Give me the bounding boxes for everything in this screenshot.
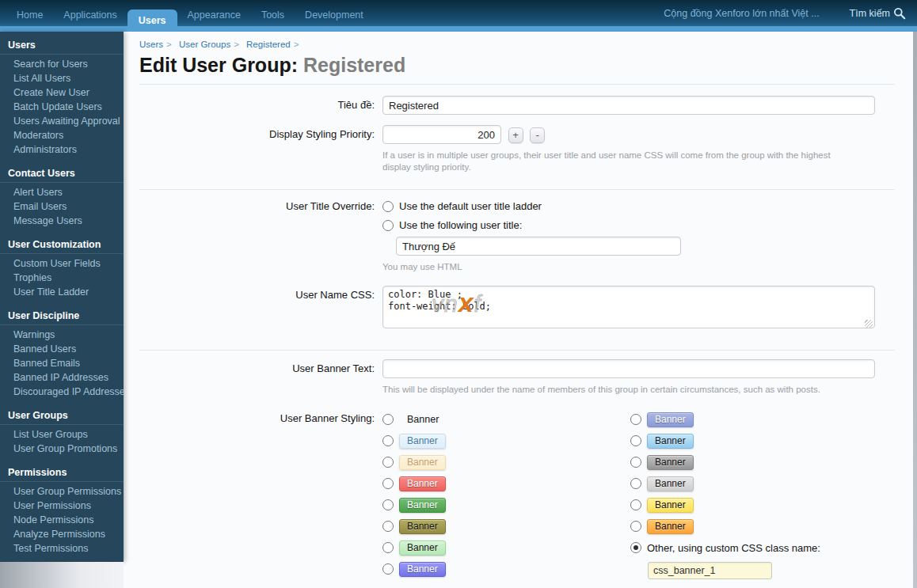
banner-radio-red[interactable] [382, 478, 394, 489]
sidebar-item-discouraged-ip-addresses[interactable]: Discouraged IP Addresses [0, 385, 124, 399]
banner-sample-olive[interactable]: Banner [399, 519, 446, 534]
banner-radio-blue[interactable] [382, 563, 394, 575]
banner-sample-blue[interactable]: Banner [399, 562, 446, 577]
section-separator [139, 189, 895, 190]
sidebar: UsersSearch for UsersList All UsersCreat… [0, 32, 124, 562]
page-title-value: Registered [303, 54, 405, 76]
radio-custom-user-title[interactable] [382, 220, 394, 231]
sidebar-item-banned-users[interactable]: Banned Users [0, 342, 124, 356]
title-override-label: User Title Override: [139, 199, 382, 273]
username-css-textarea[interactable]: color: Blue ; font-weight: bold; [382, 286, 875, 328]
breadcrumb: Users> User Groups> Registered> [139, 32, 895, 49]
tab-home[interactable]: Home [6, 3, 53, 26]
title-field-label: Tiêu đề: [139, 96, 382, 115]
page-title: Edit User Group: Registered [139, 54, 895, 85]
banner-radio-green[interactable] [382, 499, 394, 510]
sidebar-footer-area [0, 562, 124, 588]
sidebar-item-trophies[interactable]: Trophies [0, 271, 124, 285]
banner-radio-yellow[interactable] [630, 499, 641, 510]
search-button[interactable]: Tìm kiếm [850, 7, 906, 20]
sidebar-section-users: Users [0, 34, 124, 55]
banner-radio-orange[interactable] [630, 521, 641, 532]
banner-radio-light-blue[interactable] [382, 435, 394, 446]
banner-sample-pale-green[interactable]: Banner [399, 541, 446, 556]
sidebar-section-user-discipline: User Discipline [0, 305, 124, 325]
banner-radio-staff-blue[interactable] [630, 414, 641, 425]
username-css-label: User Name CSS: [139, 286, 382, 331]
sidebar-item-node-permissions[interactable]: Node Permissions [0, 513, 124, 527]
sidebar-item-administrators[interactable]: Administrators [0, 142, 124, 157]
banner-sample-sky-blue[interactable]: Banner [647, 434, 694, 449]
sidebar-section-user-groups: User Groups [0, 404, 124, 425]
sidebar-item-email-users[interactable]: Email Users [0, 199, 124, 214]
banner-sample-green[interactable]: Banner [399, 498, 446, 513]
banner-text-input[interactable] [382, 359, 875, 378]
sidebar-item-create-new-user[interactable]: Create New User [0, 85, 124, 100]
tab-applications[interactable]: Applications [53, 3, 127, 26]
sidebar-item-list-all-users[interactable]: List All Users [0, 71, 124, 85]
sidebar-item-batch-update-users[interactable]: Batch Update Users [0, 100, 124, 114]
sidebar-item-analyze-permissions[interactable]: Analyze Permissions [0, 527, 124, 541]
breadcrumb-users[interactable]: Users [139, 40, 163, 49]
sidebar-item-user-permissions[interactable]: User Permissions [0, 499, 124, 513]
tab-users[interactable]: Users [127, 9, 177, 32]
banner-other-label[interactable]: Other, using custom CSS class name: [647, 542, 820, 554]
sidebar-item-user-group-promotions[interactable]: User Group Promotions [0, 442, 124, 456]
banner-radio-none[interactable] [382, 414, 394, 425]
banner-radio-light-gray[interactable] [630, 478, 641, 489]
radio-custom-user-title-label[interactable]: Use the following user title: [399, 218, 522, 232]
sidebar-item-list-user-groups[interactable]: List User Groups [0, 427, 124, 442]
html-hint: You may use HTML [382, 261, 858, 273]
sidebar-item-test-permissions[interactable]: Test Permissions [0, 541, 124, 556]
breadcrumb-registered[interactable]: Registered [246, 40, 291, 49]
sidebar-section-user-customization: User Customization [0, 233, 124, 254]
priority-decrement-button[interactable]: - [530, 127, 545, 143]
sidebar-item-message-users[interactable]: Message Users [0, 214, 124, 228]
sidebar-item-alert-users[interactable]: Alert Users [0, 185, 124, 199]
banner-radio-dark-gray[interactable] [630, 457, 641, 468]
banner-radio-olive[interactable] [382, 521, 394, 532]
banner-sample-dark-gray[interactable]: Banner [647, 455, 694, 470]
banner-sample-staff-blue[interactable]: Banner [647, 412, 694, 427]
sidebar-item-banned-ip-addresses[interactable]: Banned IP Addresses [0, 370, 124, 385]
tab-tools[interactable]: Tools [251, 3, 295, 26]
custom-css-class-input[interactable] [648, 562, 772, 579]
banner-sample-none[interactable]: Banner [399, 414, 439, 425]
banner-radio-pale-green[interactable] [382, 542, 394, 553]
banner-radio-cream[interactable] [382, 457, 394, 468]
sidebar-item-custom-user-fields[interactable]: Custom User Fields [0, 256, 124, 271]
banner-sample-cream[interactable]: Banner [399, 455, 446, 470]
banner-sample-orange[interactable]: Banner [647, 519, 694, 534]
custom-user-title-input[interactable] [396, 237, 681, 256]
banner-radio-other-custom-css[interactable] [630, 542, 641, 553]
textarea-resize-handle[interactable] [865, 320, 873, 328]
banner-radio-sky-blue[interactable] [630, 435, 641, 446]
priority-label: Display Styling Priority: [139, 125, 382, 173]
banner-sample-red[interactable]: Banner [399, 476, 446, 491]
breadcrumb-user-groups[interactable]: User Groups [179, 40, 230, 49]
sidebar-item-banned-emails[interactable]: Banned Emails [0, 356, 124, 370]
tab-development[interactable]: Development [295, 3, 374, 26]
banner-sample-light-blue[interactable]: Banner [399, 434, 446, 449]
banner-sample-yellow[interactable]: Banner [647, 498, 694, 513]
radio-default-title-ladder[interactable] [382, 201, 394, 212]
banner-text-label: User Banner Text: [139, 359, 382, 396]
title-input[interactable] [382, 96, 875, 115]
sidebar-item-user-group-permissions[interactable]: User Group Permissions [0, 484, 124, 499]
sidebar-item-user-title-ladder[interactable]: User Title Ladder [0, 285, 124, 299]
sidebar-item-moderators[interactable]: Moderators [0, 128, 124, 142]
sidebar-item-search-for-users[interactable]: Search for Users [0, 57, 124, 71]
section-separator [139, 350, 895, 351]
banner-text-hint: This will be displayed under the name of… [382, 384, 895, 396]
banner-styling-label: User Banner Styling: [139, 412, 382, 583]
radio-default-title-ladder-label[interactable]: Use the default user title ladder [399, 199, 542, 213]
scrollbar[interactable] [913, 32, 917, 588]
priority-input[interactable] [382, 125, 501, 144]
banner-sample-light-gray[interactable]: Banner [647, 476, 694, 491]
sidebar-item-users-awaiting-approval[interactable]: Users Awaiting Approval [0, 114, 124, 128]
sidebar-item-warnings[interactable]: Warnings [0, 328, 124, 342]
priority-increment-button[interactable]: + [508, 127, 523, 143]
top-navbar: HomeApplicationsUsersAppearanceToolsDeve… [0, 0, 917, 32]
tab-appearance[interactable]: Appearance [177, 3, 251, 26]
search-label: Tìm kiếm [850, 8, 890, 19]
